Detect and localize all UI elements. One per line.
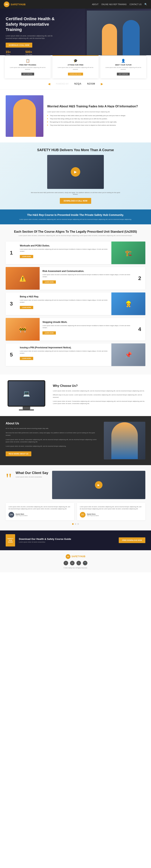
testimonial-role-2: H&S Representative: [87, 515, 99, 516]
course-num-5: 5: [6, 343, 17, 366]
download-banner: SAFETY HUB GUIDE Download Our Health & S…: [0, 530, 151, 550]
worried-image: [6, 95, 43, 137]
blue-banner-desc: Lorem ipsum dolor sit amet, consectetur …: [19, 218, 132, 221]
testimonial-avatar-1: DM: [8, 512, 14, 518]
course-img-inner-1: 🏗️: [111, 242, 145, 264]
stat-1-number: 15+: [6, 51, 22, 54]
testimonial-play-btn[interactable]: ▶: [95, 481, 102, 489]
navigation: SH SAFETYHUB ABOUT ONLINE H&S REP TRAINI…: [0, 0, 151, 9]
card-1-icon: 📋: [7, 59, 48, 63]
course-item-5: 5 Issuing a PIN (Provisional Improvement…: [6, 343, 145, 366]
why-section: 💻 Why Choose Us? Lorem ipsum dolor sit a…: [0, 375, 151, 416]
hero-section: Certified Online Health & Safety Represe…: [0, 9, 151, 61]
course-content-4: Stopping Unsafe Work. Lorem ipsum dolor …: [40, 318, 134, 341]
delivers-video[interactable]: ▶: [47, 155, 104, 189]
social-instagram[interactable]: 📷: [83, 561, 87, 565]
testimonial-role-1: H&S Representative: [16, 515, 28, 516]
about-section: About Us Hi I'm Tony, and am passionate …: [0, 416, 151, 465]
nav-training[interactable]: ONLINE H&S REP TRAINING: [101, 3, 127, 5]
card-3-icon: 👤: [103, 59, 144, 63]
worried-list: They know that having no H&S skills make…: [47, 115, 145, 126]
partner-divider: POWERED BY: [56, 83, 69, 85]
course-img-inner-3: 👷: [111, 292, 145, 315]
course-subtitle: Lorem ipsum dolor sit amet, consectetur …: [6, 235, 145, 237]
worried-point-3: Recognising for the working with law, al…: [47, 121, 145, 123]
delivers-section: SAFETY HUB Delivers You More Than A Cour…: [0, 143, 151, 210]
testimonial-name-1: Daniel Mark: [16, 513, 28, 515]
download-desc: Lorem ipsum dolor sit amet consectetur: [19, 541, 115, 543]
course-section: Each Section Of The Course Aligns To The…: [0, 224, 151, 375]
blue-banner-title: The H&S Rep Course Is Presented Inside T…: [6, 213, 145, 217]
social-linkedin[interactable]: in: [70, 561, 74, 565]
card-2-icon: 🎓: [55, 59, 96, 63]
partner-nzism: NZISM: [87, 83, 95, 85]
course-num-3: 3: [6, 292, 17, 315]
testimonial-dots: [6, 523, 145, 525]
quote-mark: ": [6, 473, 12, 485]
card-free-training: 📋 FREE REP TRAINING Lorem ipsum dolor si…: [5, 55, 51, 78]
card-1-button[interactable]: GET STARTED: [21, 73, 34, 75]
worried-intro: Lorem ipsum dolor sit amet, consectetur …: [47, 111, 145, 113]
download-book: SAFETY HUB GUIDE: [6, 534, 15, 547]
nav-logo[interactable]: SH SAFETYHUB: [4, 1, 26, 7]
hero-cta-button[interactable]: SCHEDULE A CALL NOW: [6, 43, 32, 48]
prev-partner-arrow[interactable]: ◀: [48, 82, 50, 86]
about-btn[interactable]: READ MORE ABOUT US: [6, 452, 31, 456]
card-3-button[interactable]: GET STARTED: [117, 73, 130, 75]
about-image: [104, 422, 145, 460]
delivers-desc: We know the best H&S performers seek ans…: [28, 192, 123, 195]
testimonials-title: What Our Client Say: [16, 471, 48, 475]
learn-btn-2[interactable]: LEARN MORE: [42, 280, 56, 284]
worried-section: Worried About H&S Training Fades Into A …: [0, 90, 151, 143]
testimonials-section: " What Our Client Say Lorem ipsum dolor …: [0, 465, 151, 530]
why-para-3: Lorem ipsum dolor sit amet. Consectetur …: [53, 400, 145, 405]
logo-text: SAFETYHUB: [10, 3, 26, 6]
download-title: Download Our Health & Safety Course Guid…: [19, 537, 115, 540]
testimonial-author-2: DD Daniel Dens H&S Representative: [80, 512, 143, 518]
learn-btn-5[interactable]: LEARN MORE: [20, 357, 33, 360]
course-content-1: Worksafe and PCBU Duties. Lorem ipsum do…: [17, 242, 111, 264]
social-facebook[interactable]: f: [64, 561, 68, 565]
footer: SH SAFETYHUB f in t 📷 © 2021 Safety Hub.…: [0, 550, 151, 572]
search-icon[interactable]: 🔍: [144, 3, 147, 6]
learn-btn-1[interactable]: LEARN MORE: [20, 255, 33, 258]
about-title: About Us: [6, 422, 99, 425]
learn-btn-4[interactable]: LEARN MORE: [42, 331, 56, 335]
testimonial-author-info-1: Daniel Mark H&S Representative: [16, 513, 28, 516]
worried-title: Worried About H&S Training Fades Into A …: [47, 104, 145, 108]
play-button[interactable]: ▶: [71, 167, 80, 177]
course-item-2: 2 Risk Assessment and Communication. Lor…: [6, 267, 145, 290]
download-btn[interactable]: FREE DOWNLOAD NOW: [119, 537, 145, 543]
dot-2[interactable]: [75, 523, 76, 525]
course-title-1: Worksafe and PCBU Duties.: [20, 244, 109, 247]
course-num-1: 1: [6, 242, 17, 264]
blue-banner: The H&S Rep Course Is Presented Inside T…: [0, 210, 151, 224]
testimonial-video[interactable]: ▶: [52, 471, 145, 499]
delivers-cta-button[interactable]: DOWNLOAD A CALL NOW: [60, 198, 91, 204]
about-para-4: Lorem ipsum dolor sit amet, consectetur …: [6, 445, 99, 447]
nav-about[interactable]: ABOUT: [92, 3, 98, 5]
card-3-title: MEET YOUR TUTOR: [103, 64, 144, 66]
footer-logo-icon: SH: [66, 554, 70, 559]
about-para-2: We know the best H&S performers seek ans…: [6, 432, 99, 437]
worried-point-4: They know that those above and around th…: [47, 124, 145, 126]
course-content-5: Issuing a PIN (Provisional Improvement N…: [17, 343, 111, 366]
course-img-inner-2: ⚠️: [6, 267, 40, 290]
testimonial-cards: Lorem ipsum dolor sit amet, consectetur …: [6, 503, 145, 520]
card-2-button[interactable]: DOWNLOAD NOW: [68, 73, 83, 75]
social-twitter[interactable]: t: [77, 561, 81, 565]
card-meet-tutor: 👤 MEET YOUR TUTOR Lorem ipsum dolor sit …: [100, 55, 146, 78]
testimonials-header: " What Our Client Say Lorem ipsum dolor …: [6, 471, 145, 499]
nav-contact[interactable]: CONTACT US: [129, 3, 142, 5]
learn-btn-3[interactable]: LEARN MORE: [20, 306, 33, 309]
card-1-title: FREE REP TRAINING: [7, 64, 48, 66]
dot-3[interactable]: [78, 523, 79, 525]
next-partner-arrow[interactable]: ▶: [101, 82, 103, 86]
footer-logo-text: SAFETYHUB: [71, 555, 85, 558]
dot-1[interactable]: [72, 523, 73, 525]
stat-2-number: 500+: [26, 51, 40, 54]
testimonial-author-1: DM Daniel Mark H&S Representative: [8, 512, 71, 518]
course-desc-3: Lorem ipsum dolor sit amet consectetur a…: [20, 299, 109, 303]
about-person: [111, 422, 138, 459]
hero-title: Certified Online Health & Safety Represe…: [6, 16, 66, 32]
